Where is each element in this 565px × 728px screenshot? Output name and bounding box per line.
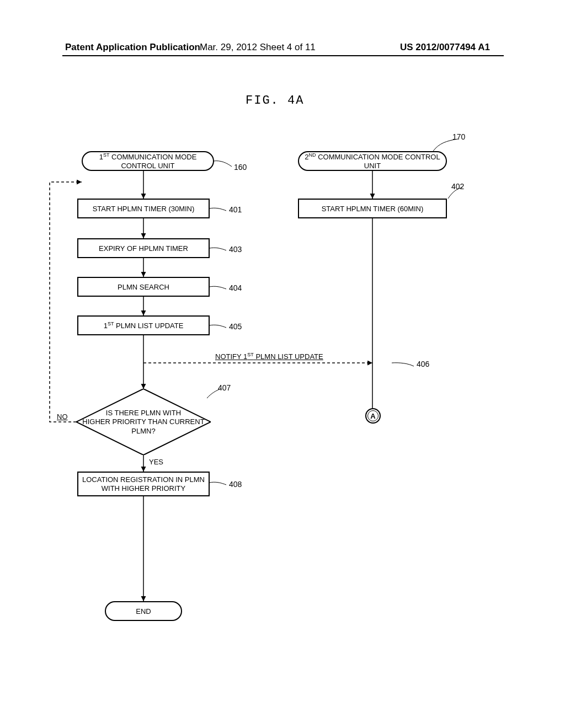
step-405: 1ST PLMN LIST UPDATE [77, 315, 210, 335]
unit-2-terminator: 2ND COMMUNICATION MODE CONTROL UNIT [298, 151, 447, 171]
unit1-post: COMMUNICATION MODE CONTROL UNIT [109, 153, 196, 170]
msg-406: NOTIFY 1ST PLMN LIST UPDATE [215, 352, 323, 361]
unit2-post: COMMUNICATION MODE CONTROL UNIT [316, 153, 440, 170]
step-404: PLMN SEARCH [77, 277, 210, 297]
header-center: Mar. 29, 2012 Sheet 4 of 11 [200, 42, 316, 53]
connector-a: A [365, 408, 381, 424]
header-divider [62, 55, 504, 56]
ref-408: 408 [229, 480, 242, 489]
unit1-pre: 1 [99, 153, 103, 162]
step-401: START HPLMN TIMER (30MIN) [77, 199, 210, 218]
msg406-post: PLMN LIST UPDATE [254, 352, 323, 361]
unit-1-terminator: 1ST COMMUNICATION MODE CONTROL UNIT [82, 151, 214, 171]
msg406-pre: NOTIFY 1 [215, 352, 247, 361]
ref-403: 403 [229, 245, 242, 254]
ref-405: 405 [229, 322, 242, 331]
header-right: US 2012/0077494 A1 [400, 42, 490, 53]
decision-407-text: IS THERE PLMN WITH HIGHER PRIORITY THAN … [76, 409, 211, 436]
step405-pre: 1 [104, 322, 108, 330]
ref-402: 402 [451, 182, 464, 191]
ref-406: 406 [417, 360, 429, 368]
step405-post: PLMN LIST UPDATE [114, 322, 183, 330]
flowchart: 1ST COMMUNICATION MODE CONTROL UNIT 160 … [55, 138, 519, 689]
ref-170: 170 [452, 132, 465, 141]
ref-160: 160 [234, 163, 247, 172]
decision-407: IS THERE PLMN WITH HIGHER PRIORITY THAN … [76, 389, 211, 455]
unit2-pre: 2 [305, 153, 308, 162]
step-408: LOCATION REGISTRATION IN PLMN WITH HIGHE… [77, 472, 210, 496]
ref-401: 401 [229, 205, 242, 214]
step405-sup: ST [108, 321, 114, 326]
end-terminator: END [105, 601, 182, 621]
ref-404: 404 [229, 283, 242, 292]
step-403: EXPIRY OF HPLMN TIMER [77, 238, 210, 258]
branch-yes: YES [149, 458, 163, 466]
step-402: START HPLMN TIMER (60MIN) [298, 199, 447, 218]
msg406-sup: ST [247, 352, 254, 357]
branch-no: NO [57, 413, 68, 421]
header-left: Patent Application Publication [65, 42, 200, 53]
unit1-sup: ST [103, 152, 110, 158]
ref-407: 407 [218, 383, 231, 392]
unit2-sup: ND [309, 152, 316, 158]
figure-title: FIG. 4A [246, 94, 304, 108]
